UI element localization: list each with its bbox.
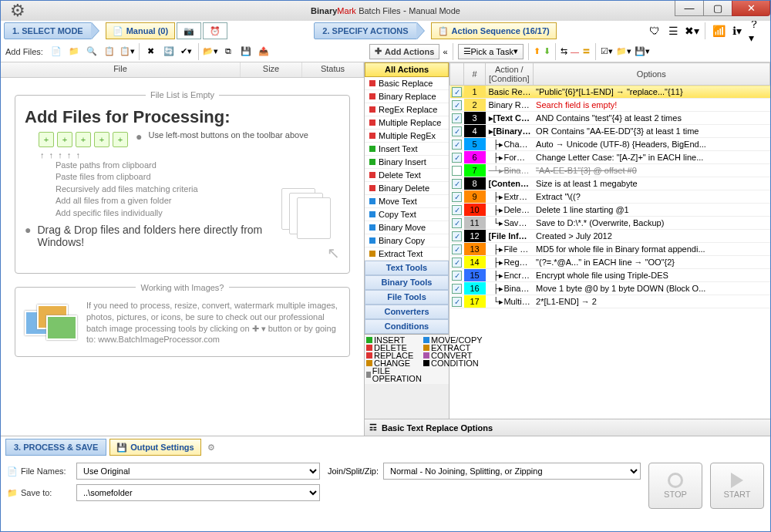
remove-icon[interactable]: ✖ [143, 44, 159, 59]
cat-group[interactable]: File Tools [365, 290, 449, 305]
cat-item[interactable]: Binary Delete [365, 182, 449, 195]
tab-manual[interactable]: 📄 Manual (0) [106, 22, 175, 39]
row-checkbox[interactable]: ✓ [452, 126, 462, 136]
folder-action-icon[interactable]: 📁▾ [616, 46, 631, 56]
row-checkbox[interactable]: ✓ [452, 297, 462, 307]
shield-icon[interactable]: 🛡 [648, 24, 662, 38]
action-row[interactable]: ✓2Binary ReplaceSearch field is empty! [450, 99, 770, 112]
tools-icon[interactable]: ✖▾ [685, 24, 699, 38]
cat-group[interactable]: Conditions [365, 319, 449, 334]
stop-button[interactable]: STOP [648, 463, 702, 509]
step3-process-save[interactable]: 3. PROCESS & SAVE [5, 439, 106, 456]
remove-action-icon[interactable]: — [571, 47, 579, 56]
cat-item[interactable]: Extract Text [365, 247, 449, 261]
action-row[interactable]: ✓17 └▸Multiple Replace2*[L1-END] → 2 [450, 295, 770, 308]
cat-item[interactable]: Binary Move [365, 221, 449, 234]
maximize-button[interactable]: ▢ [703, 1, 732, 16]
cat-item[interactable]: Binary Copy [365, 234, 449, 247]
col-file[interactable]: File [1, 62, 241, 77]
row-checkbox[interactable]: ✓ [452, 258, 462, 268]
cat-item[interactable]: Binary Replace [365, 90, 449, 103]
action-row[interactable]: ✓12[File Information]Created > July 2012 [450, 230, 770, 243]
settings-gear-icon[interactable]: ⚙ [5, 0, 30, 23]
refresh-icon[interactable]: 🔄 [161, 44, 177, 59]
action-row[interactable]: ✓11 └▸Save FileSave to D:\*.* (Overwrite… [450, 217, 770, 230]
cat-item[interactable]: Basic Replace [365, 77, 449, 90]
cat-item[interactable]: Insert Text [365, 143, 449, 156]
add-actions-button[interactable]: ✚ Add Actions [369, 44, 439, 59]
help-icon[interactable]: ？▾ [749, 24, 763, 38]
col-check[interactable] [450, 63, 464, 86]
row-checkbox[interactable]: ✓ [452, 113, 462, 123]
step1-select-mode[interactable]: 1. SELECT MODE [4, 22, 92, 39]
row-checkbox[interactable]: ✓ [452, 218, 462, 228]
cat-all-actions[interactable]: All Actions [365, 62, 449, 77]
cat-group[interactable]: Text Tools [365, 261, 449, 275]
cat-item[interactable]: Move Text [365, 195, 449, 208]
toggle-icon[interactable]: ⇆ [561, 46, 567, 56]
action-row[interactable]: ✓9 ├▸Extract TextExtract "\((? [450, 190, 770, 204]
row-checkbox[interactable]: ✓ [452, 87, 462, 97]
row-checkbox[interactable]: ✓ [452, 284, 462, 294]
action-row[interactable]: ✓4▸[Binary Content]OR Contains "AA-EE-DD… [450, 125, 770, 138]
cat-item[interactable]: Binary Insert [365, 156, 449, 169]
minimize-button[interactable]: — [675, 1, 704, 16]
pick-task-dropdown[interactable]: ☰ Pick a Task ▾ [458, 44, 524, 59]
action-row[interactable]: ✓8[Content Size]Size is at least 1 megab… [450, 177, 770, 190]
info-icon[interactable]: ℹ▾ [730, 24, 744, 38]
save-actions-icon[interactable]: 💾▾ [635, 46, 650, 56]
save-to-select[interactable]: ..\somefolder [76, 484, 320, 501]
tab-clock[interactable]: ⏰ [203, 22, 227, 39]
export-icon[interactable]: 📤 [256, 44, 271, 59]
options-bar[interactable]: ☶ Basic Text Replace Options [365, 419, 770, 436]
row-checkbox[interactable]: ✓ [452, 153, 462, 163]
duplicate-icon[interactable]: 〓 [582, 45, 591, 57]
collapse-icon[interactable]: « [443, 47, 447, 56]
row-checkbox[interactable]: ✓ [452, 179, 462, 189]
row-checkbox[interactable]: ✓ [452, 192, 462, 202]
output-gear-icon[interactable]: ⚙ [207, 443, 215, 453]
action-row[interactable]: ✓15 ├▸Encrypt/DecryptEncrypt whole file … [450, 269, 770, 282]
action-row[interactable]: ✓14 ├▸RegEx Replace"(?=.*@A..." in EACH … [450, 256, 770, 269]
row-checkbox[interactable]: ✓ [452, 100, 462, 110]
tab-camera[interactable]: 📷 [177, 22, 201, 39]
tab-output-settings[interactable]: 💾 Output Settings [109, 439, 201, 456]
move-up-icon[interactable]: ⬆ [534, 46, 540, 56]
wifi-icon[interactable]: 📶 [712, 24, 726, 38]
start-button[interactable]: START [710, 463, 764, 509]
cat-group[interactable]: Binary Tools [365, 275, 449, 290]
checkall-icon[interactable]: ☑▾ [601, 46, 613, 56]
tab-action-sequence[interactable]: 📋 Action Sequence (16/17) [431, 22, 557, 39]
add-recursive-icon[interactable]: 🔍 [84, 44, 99, 59]
check-icon[interactable]: ✔▾ [179, 44, 194, 59]
cat-item[interactable]: Delete Text [365, 169, 449, 182]
open-icon[interactable]: 📂▾ [203, 44, 218, 59]
save-icon[interactable]: 💾 [238, 44, 254, 59]
action-row[interactable]: ✓7 └▸Binary Insert"AA-EE-B1"{3} @ offset… [450, 164, 770, 177]
action-row[interactable]: ✓5 ├▸Change EncodingAuto → Unicode (UTF-… [450, 138, 770, 151]
action-row[interactable]: ✓6 ├▸Format TextChange Letter Case: "[A-… [450, 151, 770, 164]
file-names-select[interactable]: Use Original [76, 463, 320, 480]
cat-item[interactable]: Multiple RegEx [365, 130, 449, 143]
close-button[interactable]: ✕ [732, 1, 770, 16]
action-row[interactable]: ✓1Basic Replace"Public"{6}*[L1-END] → "r… [450, 86, 770, 99]
col-action[interactable]: Action / [Condition] [486, 63, 534, 86]
paste-files-icon[interactable]: 📋 [102, 44, 117, 59]
row-checkbox[interactable]: ✓ [452, 231, 462, 241]
row-checkbox[interactable]: ✓ [452, 271, 462, 281]
cat-item[interactable]: Multiple Replace [365, 116, 449, 130]
row-checkbox[interactable]: ✓ [452, 244, 462, 254]
step2-specify-actions[interactable]: 2. SPECIFY ACTIONS [314, 22, 416, 39]
action-row[interactable]: ✓13 ├▸File HashMD5 for whole file in Bin… [450, 243, 770, 256]
col-num[interactable]: # [464, 63, 486, 86]
cat-item[interactable]: Copy Text [365, 208, 449, 221]
cat-item[interactable]: RegEx Replace [365, 103, 449, 116]
row-checkbox[interactable]: ✓ [452, 166, 462, 176]
row-checkbox[interactable]: ✓ [452, 140, 462, 150]
action-row[interactable]: ✓16 ├▸Binary MoveMove 1 byte @0 by 1 byt… [450, 282, 770, 295]
action-row[interactable]: ✓10 ├▸Delete TextDelete 1 line starting … [450, 204, 770, 217]
list-icon[interactable]: ☰ [666, 24, 680, 38]
col-size[interactable]: Size [241, 62, 302, 77]
copy-icon[interactable]: ⧉ [221, 44, 236, 59]
add-file-icon[interactable]: 📄 [49, 44, 64, 59]
